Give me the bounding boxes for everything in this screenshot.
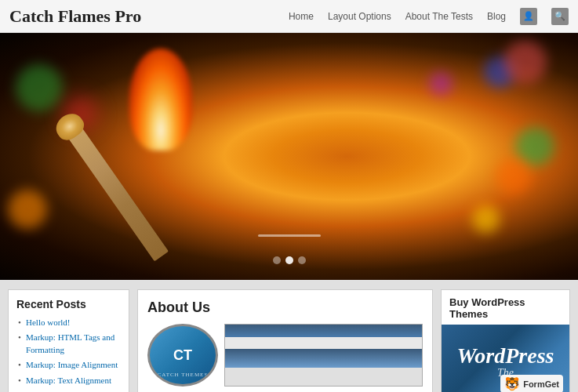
buy-wp-themes-widget: Buy WordPress Themes WordPress The 🐯 For… — [441, 289, 570, 392]
login-icon-button[interactable]: 👤 — [520, 8, 537, 25]
hero-background — [0, 33, 578, 280]
post-item-4: Markup: Text Alignment — [16, 375, 121, 387]
sidebar-left: Recent Posts Hello world! Markup: HTML T… — [8, 289, 129, 392]
formget-icon: 🐯 — [504, 376, 520, 391]
slider-dot-2[interactable] — [285, 256, 293, 264]
recent-posts-widget: Recent Posts Hello world! Markup: HTML T… — [8, 289, 129, 392]
sidebar-right: Buy WordPress Themes WordPress The 🐯 For… — [441, 289, 570, 392]
about-title: About Us — [147, 299, 423, 316]
main-nav: Home Layout Options About The Tests Blog… — [289, 8, 569, 25]
wordpress-banner[interactable]: WordPress The 🐯 FormGet — [442, 325, 569, 392]
nav-layout-options[interactable]: Layout Options — [328, 11, 391, 22]
post-list: Hello world! Markup: HTML Tags and Forma… — [16, 317, 121, 392]
nav-about-tests[interactable]: About The Tests — [405, 11, 473, 22]
slider-dots — [273, 256, 306, 264]
bokeh-orange — [8, 190, 47, 229]
post-item-1: Hello world! — [16, 317, 121, 328]
bokeh-red-right — [503, 41, 547, 84]
post-item-3: Markup: Image Alignment — [16, 359, 121, 371]
buy-title: Buy WordPress Themes — [442, 290, 569, 325]
about-screenshot — [224, 324, 423, 387]
recent-posts-title: Recent Posts — [16, 298, 121, 310]
screenshot-inner — [225, 325, 422, 386]
post-link-1[interactable]: Hello world! — [26, 318, 71, 327]
nav-home[interactable]: Home — [289, 11, 314, 22]
bokeh-green — [16, 64, 63, 111]
formget-label: FormGet — [523, 379, 559, 389]
slider-dot-1[interactable] — [273, 256, 281, 264]
flame — [129, 49, 192, 151]
slider-progress-bar — [258, 234, 321, 237]
about-inner: CT CATCH THEMES — [147, 324, 423, 387]
slider-dot-3[interactable] — [298, 256, 306, 264]
search-icon: 🔍 — [554, 11, 565, 21]
bokeh-yellow — [472, 205, 500, 233]
formget-badge[interactable]: 🐯 FormGet — [500, 375, 563, 392]
user-icon: 👤 — [523, 11, 534, 21]
logo-initials: CT — [173, 347, 192, 364]
hero-slider — [0, 33, 578, 280]
catch-themes-logo: CT CATCH THEMES — [147, 324, 218, 387]
post-link-4[interactable]: Markup: Text Alignment — [26, 376, 111, 385]
site-header: Catch Flames Pro Home Layout Options Abo… — [0, 0, 578, 33]
bokeh-orange-right — [496, 158, 531, 194]
wordpress-logo-text: WordPress — [457, 345, 554, 367]
post-link-2[interactable]: Markup: HTML Tags and Formatting — [26, 332, 115, 354]
content-area: Recent Posts Hello world! Markup: HTML T… — [0, 280, 578, 392]
nav-blog[interactable]: Blog — [487, 11, 506, 22]
post-item-2: Markup: HTML Tags and Formatting — [16, 332, 121, 356]
post-link-3[interactable]: Markup: Image Alignment — [26, 360, 118, 369]
search-icon-button[interactable]: 🔍 — [551, 8, 569, 25]
bokeh-purple — [429, 72, 453, 96]
logo-subtext: CATCH THEMES — [158, 372, 209, 378]
main-content: About Us CT CATCH THEMES — [137, 289, 433, 392]
about-us-widget: About Us CT CATCH THEMES — [137, 289, 433, 392]
site-title: Catch Flames Pro — [9, 6, 141, 27]
